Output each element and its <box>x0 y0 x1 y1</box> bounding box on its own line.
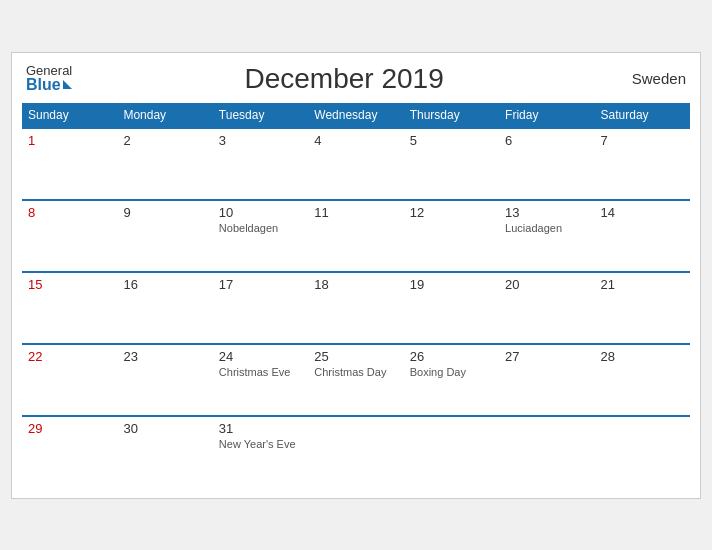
day-number: 23 <box>123 349 206 364</box>
day-number: 13 <box>505 205 588 220</box>
day-number: 31 <box>219 421 302 436</box>
day-cell: 14 <box>595 200 690 272</box>
holiday-name: Christmas Eve <box>219 366 302 378</box>
holiday-name: Nobeldagen <box>219 222 302 234</box>
day-cell: 19 <box>404 272 499 344</box>
day-cell <box>308 416 403 488</box>
day-number: 24 <box>219 349 302 364</box>
day-cell: 18 <box>308 272 403 344</box>
day-number: 5 <box>410 133 493 148</box>
day-number: 6 <box>505 133 588 148</box>
day-number: 10 <box>219 205 302 220</box>
day-number: 14 <box>601 205 684 220</box>
col-monday: Monday <box>117 103 212 128</box>
day-cell: 12 <box>404 200 499 272</box>
col-thursday: Thursday <box>404 103 499 128</box>
day-cell: 26Boxing Day <box>404 344 499 416</box>
day-number: 27 <box>505 349 588 364</box>
logo-blue-label: Blue <box>26 77 61 93</box>
day-cell: 27 <box>499 344 594 416</box>
col-tuesday: Tuesday <box>213 103 308 128</box>
day-number: 28 <box>601 349 684 364</box>
day-number: 18 <box>314 277 397 292</box>
col-sunday: Sunday <box>22 103 117 128</box>
day-cell: 30 <box>117 416 212 488</box>
day-cell: 2 <box>117 128 212 200</box>
day-number: 30 <box>123 421 206 436</box>
day-cell <box>404 416 499 488</box>
day-number: 9 <box>123 205 206 220</box>
logo-blue-text: Blue <box>26 77 72 93</box>
day-cell: 5 <box>404 128 499 200</box>
day-number: 22 <box>28 349 111 364</box>
day-cell: 24Christmas Eve <box>213 344 308 416</box>
day-cell: 1 <box>22 128 117 200</box>
day-cell: 20 <box>499 272 594 344</box>
holiday-name: Luciadagen <box>505 222 588 234</box>
week-row-3: 15161718192021 <box>22 272 690 344</box>
holiday-name: New Year's Eve <box>219 438 302 450</box>
day-cell: 21 <box>595 272 690 344</box>
day-number: 29 <box>28 421 111 436</box>
day-cell: 17 <box>213 272 308 344</box>
day-number: 25 <box>314 349 397 364</box>
day-cell: 11 <box>308 200 403 272</box>
day-number: 1 <box>28 133 111 148</box>
day-cell: 29 <box>22 416 117 488</box>
day-cell: 6 <box>499 128 594 200</box>
day-cell <box>499 416 594 488</box>
holiday-name: Boxing Day <box>410 366 493 378</box>
day-cell: 8 <box>22 200 117 272</box>
day-number: 8 <box>28 205 111 220</box>
logo-area: General Blue <box>26 64 72 93</box>
day-number: 16 <box>123 277 206 292</box>
day-cell: 4 <box>308 128 403 200</box>
day-cell: 23 <box>117 344 212 416</box>
calendar-header: General Blue December 2019 Sweden <box>22 63 690 95</box>
week-row-5: 293031New Year's Eve <box>22 416 690 488</box>
day-number: 21 <box>601 277 684 292</box>
day-number: 4 <box>314 133 397 148</box>
week-row-2: 8910Nobeldagen111213Luciadagen14 <box>22 200 690 272</box>
country-label: Sweden <box>616 70 686 87</box>
day-cell <box>595 416 690 488</box>
day-cell: 31New Year's Eve <box>213 416 308 488</box>
day-number: 11 <box>314 205 397 220</box>
week-row-4: 222324Christmas Eve25Christmas Day26Boxi… <box>22 344 690 416</box>
day-number: 17 <box>219 277 302 292</box>
day-cell: 7 <box>595 128 690 200</box>
calendar-body: 12345678910Nobeldagen111213Luciadagen141… <box>22 128 690 488</box>
col-friday: Friday <box>499 103 594 128</box>
weekday-header-row: Sunday Monday Tuesday Wednesday Thursday… <box>22 103 690 128</box>
day-cell: 16 <box>117 272 212 344</box>
day-cell: 15 <box>22 272 117 344</box>
col-saturday: Saturday <box>595 103 690 128</box>
holiday-name: Christmas Day <box>314 366 397 378</box>
logo-triangle-icon <box>63 80 72 89</box>
day-cell: 9 <box>117 200 212 272</box>
day-number: 26 <box>410 349 493 364</box>
day-cell: 25Christmas Day <box>308 344 403 416</box>
week-row-1: 1234567 <box>22 128 690 200</box>
col-wednesday: Wednesday <box>308 103 403 128</box>
day-number: 19 <box>410 277 493 292</box>
day-cell: 22 <box>22 344 117 416</box>
day-cell: 28 <box>595 344 690 416</box>
calendar-title: December 2019 <box>72 63 616 95</box>
day-cell: 10Nobeldagen <box>213 200 308 272</box>
calendar-container: General Blue December 2019 Sweden Sunday… <box>11 52 701 499</box>
day-cell: 3 <box>213 128 308 200</box>
day-number: 12 <box>410 205 493 220</box>
calendar-grid: Sunday Monday Tuesday Wednesday Thursday… <box>22 103 690 488</box>
day-number: 7 <box>601 133 684 148</box>
day-number: 2 <box>123 133 206 148</box>
day-number: 15 <box>28 277 111 292</box>
day-number: 3 <box>219 133 302 148</box>
day-number: 20 <box>505 277 588 292</box>
day-cell: 13Luciadagen <box>499 200 594 272</box>
